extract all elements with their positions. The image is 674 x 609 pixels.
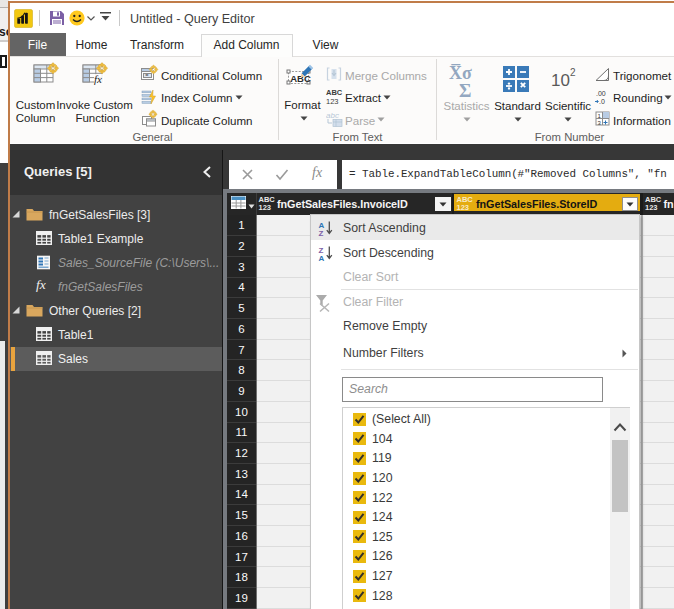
svg-text:.00: .00 [596,90,606,97]
svg-text:fx: fx [94,73,102,85]
svg-text:A: A [318,254,324,263]
svg-text:10: 10 [551,71,570,90]
svg-text:=: = [145,72,148,78]
svg-text:.0: .0 [599,98,605,105]
svg-text:Z: Z [318,229,323,238]
svg-text:Σ: Σ [459,80,471,101]
svg-text:ABC: ABC [290,73,311,84]
svg-text:abc: abc [326,111,339,120]
svg-text:ABC: ABC [326,88,343,97]
svg-text:2: 2 [570,67,576,78]
svg-text:123: 123 [326,97,339,106]
